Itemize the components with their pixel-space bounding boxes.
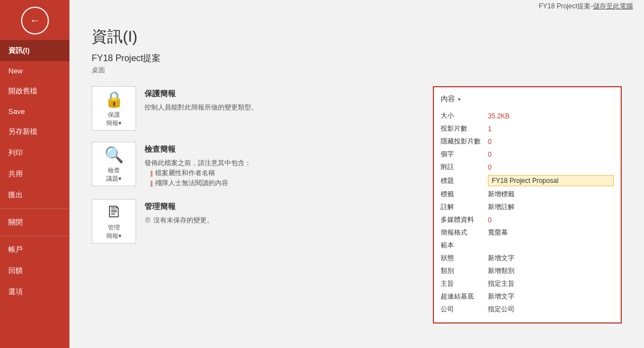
page-title: 資訊(I) — [92, 26, 622, 47]
property-value: 0 — [488, 163, 614, 171]
inspect-desc: 發佈此檔案之前，請注意其中包含：檔案屬性和作者名稱殘障人士無法閱讀的內容 — [144, 158, 416, 188]
back-button[interactable]: ← — [21, 7, 49, 34]
property-value: 指定公司 — [488, 305, 614, 314]
sidebar-item-share[interactable]: 共用 — [0, 163, 69, 185]
property-label: 主旨 — [441, 279, 488, 289]
properties-header-label: 內容 — [441, 94, 455, 104]
properties-header[interactable]: 內容▾ — [441, 94, 614, 104]
document-title: FY18 Project提案 — [92, 53, 622, 64]
property-row: 投影片數1 — [441, 122, 614, 135]
sidebar-item-save[interactable]: Save — [0, 102, 69, 121]
property-label: 標籤 — [441, 190, 488, 199]
sidebar-item-open[interactable]: 開啟舊檔 — [0, 81, 69, 102]
property-label: 簡報格式 — [441, 228, 488, 237]
property-label: 範本 — [441, 241, 488, 250]
property-label: 投影片數 — [441, 124, 488, 133]
property-label: 公司 — [441, 305, 488, 314]
sidebar-item-options[interactable]: 選項 — [0, 281, 69, 302]
manage-title: 管理簡報 — [144, 202, 416, 212]
property-label: 標題 — [441, 176, 488, 186]
inspect-content: 檢查簡報發佈此檔案之前，請注意其中包含：檔案屬性和作者名稱殘障人士無法閱讀的內容 — [144, 142, 416, 188]
document-location: 桌面 — [92, 66, 622, 75]
sidebar-item-close[interactable]: 關閉 — [0, 212, 69, 233]
sidebar-item-print[interactable]: 列印 — [0, 142, 69, 163]
section-inspect: 🔍檢查 議題▾檢查簡報發佈此檔案之前，請注意其中包含：檔案屬性和作者名稱殘障人士… — [92, 142, 416, 188]
property-value: 新增註解 — [488, 202, 614, 212]
manage-desc: 🖹沒有未保存的變更。 — [144, 215, 416, 225]
property-value: 寬螢幕 — [488, 228, 614, 237]
property-row: 標題FY18 Project Proposal — [441, 173, 614, 188]
property-row: 超連結基底新增文字 — [441, 290, 614, 303]
property-row: 公司指定公司 — [441, 303, 614, 316]
property-label: 類別 — [441, 266, 488, 276]
property-label: 附註 — [441, 162, 488, 172]
property-row: 個字0 — [441, 148, 614, 161]
back-icon: ← — [30, 15, 40, 27]
property-value: 0 — [488, 138, 614, 146]
property-value: 新增類別 — [488, 266, 614, 276]
inspect-icon-glyph: 🔍 — [104, 146, 124, 164]
manage-content: 管理簡報🖹沒有未保存的變更。 — [144, 199, 416, 225]
property-row: 標籤新增標籤 — [441, 188, 614, 201]
sidebar-item-saveas[interactable]: 另存新檔 — [0, 121, 69, 142]
property-row: 多媒體資料0 — [441, 213, 614, 226]
properties-header-arrow: ▾ — [458, 96, 461, 102]
protect-icon-label: 保護 簡報▾ — [106, 111, 122, 127]
manage-icon-label: 管理 簡報▾ — [106, 223, 122, 240]
manage-icon-glyph: 🖹 — [106, 203, 122, 221]
property-row: 註解新增註解 — [441, 201, 614, 213]
protect-title: 保護簡報 — [144, 89, 416, 99]
property-value: 0 — [488, 216, 614, 224]
property-value: 指定主旨 — [488, 279, 614, 289]
section-manage: 🖹管理 簡報▾管理簡報🖹沒有未保存的變更。 — [92, 199, 416, 243]
property-row: 簡報格式寬螢幕 — [441, 226, 614, 239]
sidebar-item-export[interactable]: 匯出 — [0, 185, 69, 206]
sub-item: 檔案屬性和作者名稱 — [150, 168, 416, 178]
manage-icon-button[interactable]: 🖹管理 簡報▾ — [92, 199, 136, 243]
sidebar-item-new[interactable]: New — [0, 61, 69, 81]
protect-icon-glyph: 🔒 — [104, 90, 124, 108]
protect-icon-button[interactable]: 🔒保護 簡報▾ — [92, 86, 136, 131]
property-row: 大小35.2KB — [441, 110, 614, 122]
property-value: 新增文字 — [488, 292, 614, 301]
sidebar-item-feedback[interactable]: 回饋 — [0, 260, 69, 281]
property-label: 超連結基底 — [441, 292, 488, 301]
protect-content: 保護簡報控制人員能對此簡報所做的變更類型。 — [144, 86, 416, 112]
property-value: 新增標籤 — [488, 190, 614, 199]
protect-desc: 控制人員能對此簡報所做的變更類型。 — [144, 102, 416, 112]
property-label: 多媒體資料 — [441, 215, 488, 225]
sidebar-item-info[interactable]: 資訊(I) — [0, 40, 69, 61]
property-label: 狀態 — [441, 253, 488, 263]
top-bar: FY18 Project提案 - 儲存至此電腦 — [69, 0, 644, 12]
sections-container: 🔒保護 簡報▾保護簡報控制人員能對此簡報所做的變更類型。🔍檢查 議題▾檢查簡報發… — [92, 86, 622, 337]
property-label: 隱藏投影片數 — [441, 137, 488, 146]
save-to-computer-link[interactable]: 儲存至此電腦 — [593, 2, 633, 11]
inspect-title: 檢查簡報 — [144, 145, 416, 155]
sidebar-item-account[interactable]: 帳戶 — [0, 239, 69, 260]
property-row: 主旨指定主旨 — [441, 277, 614, 290]
manage-desc: 沒有未保存的變更。 — [153, 216, 213, 224]
property-value: 1 — [488, 125, 614, 133]
property-value: 35.2KB — [488, 112, 614, 120]
property-value[interactable]: FY18 Project Proposal — [488, 175, 614, 186]
sub-item: 殘障人士無法閱讀的內容 — [150, 178, 416, 188]
property-row: 範本 — [441, 239, 614, 252]
property-row: 隱藏投影片數0 — [441, 135, 614, 148]
sidebar: ← 資訊(I)New開啟舊檔Save另存新檔列印共用匯出關閉帳戶回饋選項 — [0, 0, 69, 348]
main-content: 資訊(I) FY18 Project提案 桌面 🔒保護 簡報▾保護簡報控制人員能… — [69, 12, 644, 348]
property-label: 個字 — [441, 150, 488, 159]
property-value: 0 — [488, 151, 614, 158]
section-protect: 🔒保護 簡報▾保護簡報控制人員能對此簡報所做的變更類型。 — [92, 86, 416, 131]
property-row: 狀態新增文字 — [441, 252, 614, 265]
left-sections: 🔒保護 簡報▾保護簡報控制人員能對此簡報所做的變更類型。🔍檢查 議題▾檢查簡報發… — [92, 86, 416, 337]
inspect-icon-label: 檢查 議題▾ — [106, 166, 122, 183]
property-label: 註解 — [441, 202, 488, 212]
top-bar-docname: FY18 Project提案 — [539, 2, 591, 11]
properties-panel: 內容▾大小35.2KB投影片數1隱藏投影片數0個字0附註0標題FY18 Proj… — [433, 86, 622, 324]
property-row: 類別新增類別 — [441, 265, 614, 277]
manage-icon: 🖹 — [144, 216, 151, 224]
property-label: 大小 — [441, 111, 488, 121]
property-row: 附註0 — [441, 161, 614, 173]
property-value: 新增文字 — [488, 253, 614, 263]
inspect-icon-button[interactable]: 🔍檢查 議題▾ — [92, 142, 136, 186]
